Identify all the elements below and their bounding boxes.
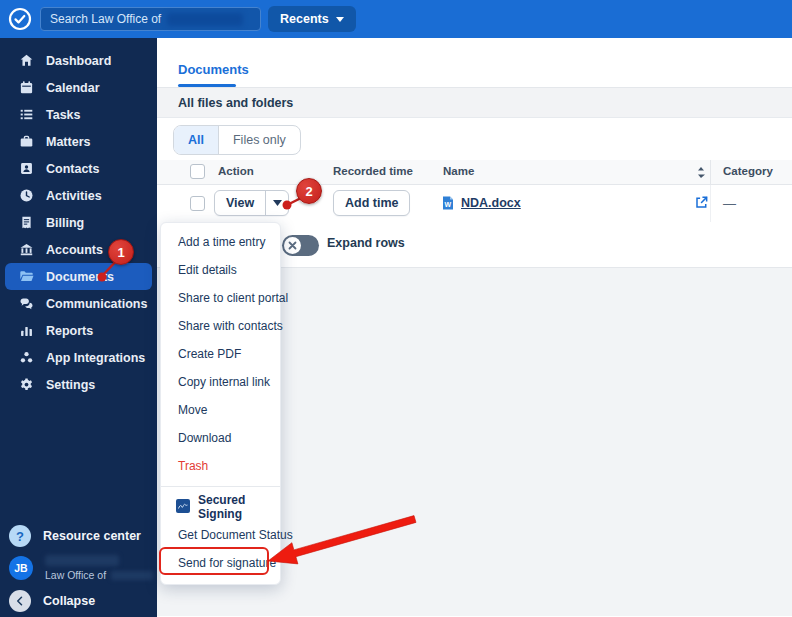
secured-signing-label: Secured Signing [198, 493, 280, 521]
redacted-text [45, 555, 119, 566]
menu-item-share-client-portal[interactable]: Share to client portal [161, 284, 280, 312]
sidebar-item-label: Dashboard [46, 54, 111, 68]
sidebar-item-activities[interactable]: Activities [5, 182, 152, 209]
menu-item-move[interactable]: Move [161, 396, 280, 424]
file-filter-segmented-control: All Files only [173, 125, 301, 155]
sidebar: Dashboard Calendar Tasks Matters Contact… [0, 38, 157, 617]
column-divider [710, 160, 711, 184]
sidebar-item-label: Contacts [46, 162, 99, 176]
menu-item-add-time-entry[interactable]: Add a time entry [161, 228, 280, 256]
column-divider [710, 185, 711, 222]
select-all-checkbox[interactable] [190, 164, 205, 179]
tab-documents[interactable]: Documents [178, 62, 249, 77]
svg-text:W: W [444, 201, 451, 208]
recents-label: Recents [280, 12, 329, 26]
org-label: Law Office of [45, 569, 106, 581]
toggle-off-x-icon [284, 237, 301, 254]
sidebar-item-label: Activities [46, 189, 102, 203]
view-split-button: View [214, 190, 289, 216]
column-header-recorded-time[interactable]: Recorded time [333, 165, 413, 177]
annotation-step-1-badge: 1 [108, 239, 134, 265]
expand-rows-label: Expand rows [327, 236, 405, 250]
collapse-button[interactable]: Collapse [0, 590, 95, 612]
chevron-down-icon [336, 17, 344, 22]
account-info: Law Office of [45, 555, 153, 581]
question-mark-icon: ? [9, 525, 31, 547]
sidebar-item-label: Tasks [46, 108, 81, 122]
account-menu[interactable]: JB Law Office of [0, 555, 153, 581]
menu-item-trash[interactable]: Trash [161, 452, 280, 480]
clock-icon [18, 188, 34, 204]
chevron-left-icon [9, 590, 31, 612]
recents-button[interactable]: Recents [268, 6, 356, 32]
menu-item-create-pdf[interactable]: Create PDF [161, 340, 280, 368]
sidebar-item-calendar[interactable]: Calendar [5, 74, 152, 101]
sidebar-item-label: Communications [46, 297, 147, 311]
menu-item-download[interactable]: Download [161, 424, 280, 452]
filter-row: All Files only [157, 118, 792, 160]
sidebar-item-label: Accounts [46, 243, 103, 257]
sidebar-item-matters[interactable]: Matters [5, 128, 152, 155]
briefcase-icon [18, 134, 34, 150]
resource-center-button[interactable]: ? Resource center [0, 525, 141, 547]
apps-icon [18, 350, 34, 366]
table-header: Action Recorded time Name Category [157, 160, 792, 185]
filter-files-only-button[interactable]: Files only [219, 126, 300, 154]
menu-item-get-document-status[interactable]: Get Document Status [161, 521, 280, 549]
secured-signing-logo-icon [176, 499, 190, 516]
topbar: Search Law Office of Recents [0, 0, 792, 38]
file-name-link[interactable]: NDA.docx [461, 196, 521, 210]
home-icon [18, 53, 34, 69]
sidebar-item-label: Calendar [46, 81, 100, 95]
sidebar-item-tasks[interactable]: Tasks [5, 101, 152, 128]
column-header-action[interactable]: Action [218, 165, 254, 177]
table-row: View Add time W NDA.docx — [157, 185, 792, 222]
column-header-name[interactable]: Name [443, 165, 474, 177]
contact-card-icon [18, 161, 34, 177]
menu-item-share-with-contacts[interactable]: Share with contacts [161, 312, 280, 340]
menu-divider [161, 486, 280, 487]
chat-icon [18, 296, 34, 312]
document-actions-menu: Add a time entry Edit details Share to c… [160, 222, 281, 585]
sidebar-item-label: App Integrations [46, 351, 145, 365]
sidebar-item-communications[interactable]: Communications [5, 290, 152, 317]
column-header-category[interactable]: Category [723, 165, 773, 177]
tasks-icon [18, 107, 34, 123]
view-button[interactable]: View [215, 196, 265, 210]
add-time-button[interactable]: Add time [333, 190, 410, 216]
sidebar-item-label: Billing [46, 216, 84, 230]
menu-section-secured-signing: Secured Signing [161, 493, 280, 521]
row-checkbox[interactable] [190, 196, 205, 211]
sort-icon[interactable] [697, 166, 705, 181]
menu-item-copy-internal-link[interactable]: Copy internal link [161, 368, 280, 396]
gear-icon [18, 377, 34, 393]
expand-rows-toggle[interactable] [282, 235, 319, 256]
tab-active-indicator [178, 84, 236, 87]
sidebar-item-label: Settings [46, 378, 95, 392]
sidebar-item-reports[interactable]: Reports [5, 317, 152, 344]
search-input[interactable]: Search Law Office of [40, 7, 261, 31]
redacted-text [111, 571, 153, 580]
sidebar-item-billing[interactable]: Billing [5, 209, 152, 236]
word-document-icon: W [440, 195, 456, 215]
filter-all-button[interactable]: All [174, 126, 219, 154]
sidebar-item-label: Reports [46, 324, 93, 338]
menu-item-edit-details[interactable]: Edit details [161, 256, 280, 284]
category-value: — [723, 196, 736, 211]
clio-logo-icon [8, 7, 32, 31]
section-title: All files and folders [157, 88, 792, 118]
bar-chart-icon [18, 323, 34, 339]
sidebar-item-dashboard[interactable]: Dashboard [5, 47, 152, 74]
sidebar-item-label: Documents [46, 270, 114, 284]
view-dropdown-toggle[interactable] [265, 191, 288, 215]
resource-center-label: Resource center [43, 529, 141, 543]
sidebar-item-documents[interactable]: Documents [5, 263, 152, 290]
sidebar-item-settings[interactable]: Settings [5, 371, 152, 398]
sidebar-item-app-integrations[interactable]: App Integrations [5, 344, 152, 371]
search-text: Search Law Office of [50, 12, 161, 26]
open-external-icon[interactable] [694, 195, 709, 214]
sidebar-item-contacts[interactable]: Contacts [5, 155, 152, 182]
invoice-icon [18, 215, 34, 231]
collapse-label: Collapse [43, 594, 95, 608]
bank-icon [18, 242, 34, 258]
